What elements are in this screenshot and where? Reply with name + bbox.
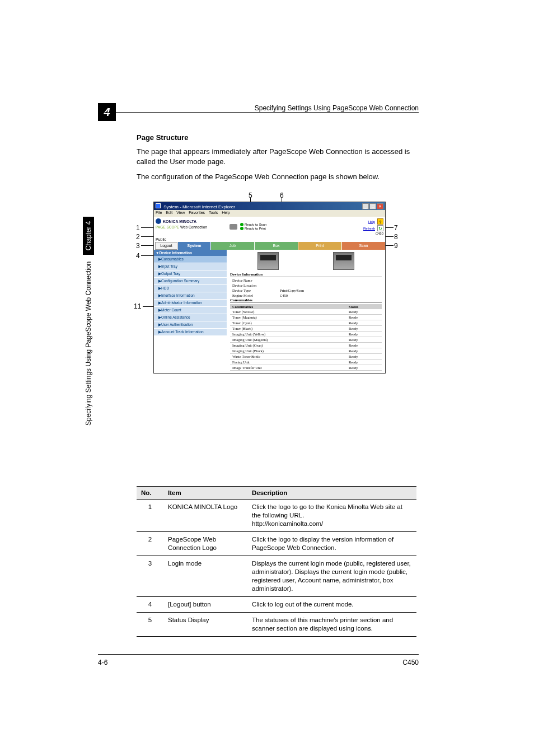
consumable-status: Ready [349, 338, 380, 342]
help-link[interactable]: Help [368, 220, 375, 223]
browser-menubar[interactable]: File Edit View Favorites Tools Help [154, 210, 385, 217]
consumable-row: Toner (Black)Ready [230, 326, 382, 332]
pws-header: KONICA MINOLTA PAGE SCOPE Web Connection… [154, 217, 385, 237]
consumable-name: Waste Toner Bottle [232, 354, 349, 358]
cell-item: PageScope Web Connection Logo [163, 532, 247, 556]
dev-k: Device Name [232, 278, 280, 282]
table-row: 1KONICA MINOLTA LogoClick the logo to go… [137, 500, 416, 532]
sidebar-item-hdd[interactable]: ▶HDD [154, 285, 227, 292]
sidebar-item-input-tray[interactable]: ▶Input Tray [154, 263, 227, 270]
menu-help[interactable]: Help [222, 211, 229, 214]
cell-desc: Click the logo to go to the Konica Minol… [247, 500, 416, 532]
consumable-row: Toner (Magenta)Ready [230, 315, 382, 320]
refresh-icon[interactable]: ↻ [377, 225, 383, 231]
margin-chapter-box: Chapter 4 [83, 217, 94, 255]
header-title: Specifying Settings Using PageScope Web … [255, 104, 419, 112]
minimize-button[interactable]: _ [362, 203, 369, 209]
dev-k: Engine Model [232, 293, 280, 297]
consumable-status: Ready [349, 315, 380, 319]
sidebar-header[interactable]: ▼Device Information [154, 250, 227, 256]
sidebar-item-online-assist[interactable]: ▶Online Assistance [154, 314, 227, 321]
ie-icon [156, 203, 161, 208]
cons-th-status: Status [349, 305, 380, 309]
callout-3: 3 [136, 242, 140, 250]
scan-status-dot [240, 223, 243, 226]
cell-no: 2 [137, 532, 163, 556]
detail-pane: Device Information Device Name Device Lo… [227, 250, 385, 373]
th-item: Item [163, 487, 247, 500]
konica-minolta-logo-text[interactable]: KONICA MINOLTA [163, 220, 196, 223]
th-desc: Description [247, 487, 416, 500]
pws-body: ▼Device Information ▶Consumables ▶Input … [154, 250, 385, 373]
konica-minolta-logo-icon[interactable] [156, 218, 161, 224]
tab-job[interactable]: Job [211, 242, 254, 250]
consumable-status: Ready [349, 366, 380, 370]
menu-view[interactable]: View [176, 211, 185, 214]
callout-1: 1 [136, 224, 140, 232]
window-title: System - Microsoft Internet Explorer [163, 204, 235, 209]
consumable-status: Ready [349, 349, 380, 353]
tab-system[interactable]: System [178, 242, 210, 250]
sidebar-item-user-auth[interactable]: ▶User Authentication [154, 321, 227, 329]
consumable-name: Toner (Magenta) [232, 315, 349, 319]
table-row: 4[Logout] buttonClick to log out of the … [137, 597, 416, 613]
cell-desc: Click the logo to display the version in… [247, 532, 416, 556]
consumable-status: Ready [349, 343, 380, 347]
printer-status-icon [228, 223, 238, 231]
sidebar-item-output-tray[interactable]: ▶Output Tray [154, 270, 227, 278]
pagescope-logo[interactable]: PAGE SCOPE Web Connection [156, 225, 226, 229]
consumable-status: Ready [349, 310, 380, 314]
close-button[interactable]: ✕ [377, 203, 383, 209]
cell-desc: Click to log out of the current mode. [247, 597, 416, 613]
sidebar-item-admin-info[interactable]: ▶Administrator Information [154, 300, 227, 307]
callout-line [141, 245, 153, 246]
menu-favorites[interactable]: Favorites [189, 211, 205, 214]
menu-file[interactable]: File [156, 211, 162, 214]
consumable-status: Ready [349, 321, 380, 325]
sidebar-item-meter-count[interactable]: ▶Meter Count [154, 307, 227, 314]
sidebar-item-account-track[interactable]: ▶Account Track Information [154, 329, 227, 336]
tab-row: Logout System Job Box Print Scan [154, 242, 385, 250]
cell-item: Login mode [163, 556, 247, 597]
consumable-name: Toner (Black) [232, 326, 349, 330]
footer-rule [98, 654, 419, 655]
sidebar-item-consumables[interactable]: ▶Consumables [154, 256, 227, 263]
tab-scan[interactable]: Scan [342, 242, 385, 250]
callout-line [143, 306, 153, 307]
consumable-name: Fusing Unit [232, 360, 349, 364]
menu-edit[interactable]: Edit [166, 211, 172, 214]
help-icon[interactable]: ? [377, 218, 383, 225]
dev-v: Print/Copy/Scan [280, 288, 304, 292]
sidebar-item-config-summary[interactable]: ▶Configuration Summary [154, 278, 227, 285]
consumable-row: Imaging Unit (Yellow)Ready [230, 332, 382, 337]
consumable-row: Imaging Unit (Black)Ready [230, 348, 382, 354]
paragraph-1: The page that appears immediately after … [137, 147, 416, 167]
dev-v: C450 [280, 293, 288, 297]
dev-k: Device Type [232, 288, 280, 292]
table-row: 3Login modeDisplays the current login mo… [137, 556, 416, 597]
tab-print[interactable]: Print [298, 242, 341, 250]
tab-box[interactable]: Box [255, 242, 298, 250]
device-image [333, 252, 354, 270]
callout-line [141, 236, 153, 237]
cell-item: [Logout] button [163, 597, 247, 613]
consumable-name: Toner (Yellow) [232, 310, 349, 314]
table-row: 2PageScope Web Connection LogoClick the … [137, 532, 416, 556]
consumable-name: Imaging Unit (Magenta) [232, 338, 349, 342]
consumable-name: Imaging Unit (Yellow) [232, 332, 349, 336]
maximize-button[interactable]: □ [369, 203, 376, 209]
logout-button[interactable]: Logout [155, 242, 177, 250]
cell-item: Status Display [163, 613, 247, 637]
cell-no: 3 [137, 556, 163, 597]
ready-to-print-label: Ready to Print [245, 227, 266, 230]
callout-8: 8 [394, 233, 398, 241]
callout-line [141, 255, 153, 256]
consumable-row: Toner (Cyan)Ready [230, 320, 382, 326]
consumable-row: Imaging Unit (Cyan)Ready [230, 343, 382, 348]
refresh-link[interactable]: Refresh [363, 227, 375, 230]
sidebar-item-interface-info[interactable]: ▶Interface Information [154, 292, 227, 300]
consumable-name: Image Transfer Unit [232, 366, 349, 370]
consumable-status: Ready [349, 326, 380, 330]
menu-tools[interactable]: Tools [209, 211, 218, 214]
consumable-row: Toner (Yellow)Ready [230, 309, 382, 315]
